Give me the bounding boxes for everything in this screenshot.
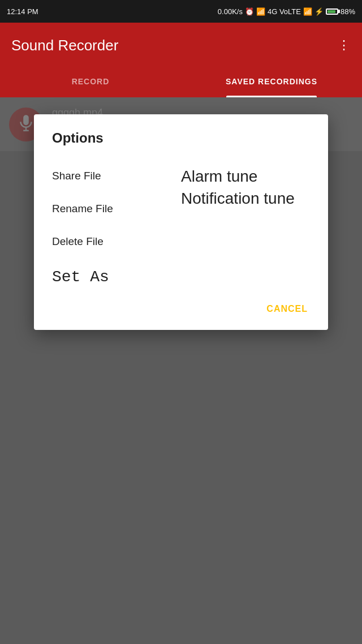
cancel-button[interactable]: CANCEL	[264, 299, 310, 319]
content-area: ggggh.mp4 00:03 2/2/2018, 12:11 PM Optio…	[0, 97, 362, 644]
dialog-right-column: Alarm tune Notification tune	[181, 160, 310, 290]
status-right: 0.00K/s ⏰ 📶 4G VoLTE 📶 ⚡ 88%	[218, 7, 355, 16]
more-options-icon[interactable]: ⋮	[338, 38, 351, 53]
options-dialog: Options Share File Rename File Delete Fi…	[34, 114, 328, 330]
set-as-option[interactable]: Set As	[52, 258, 181, 290]
app-title: Sound Recorder	[11, 37, 118, 54]
tab-saved-recordings[interactable]: SAVED RECORDINGS	[181, 68, 362, 97]
signal-icon: 📶	[256, 7, 265, 16]
rename-file-option[interactable]: Rename File	[52, 192, 181, 225]
battery-icon	[326, 8, 338, 15]
charging-icon: ⚡	[314, 7, 324, 16]
status-left: 12:14 PM	[7, 7, 38, 16]
network-type: 4G VoLTE	[268, 7, 301, 16]
dialog-title: Options	[52, 130, 310, 146]
time-display: 12:14 PM	[7, 7, 38, 16]
tab-bar: RECORD SAVED RECORDINGS	[0, 68, 362, 97]
signal-icon-2: 📶	[303, 7, 312, 16]
app-bar: Sound Recorder ⋮	[0, 23, 362, 68]
battery-percent: 88%	[341, 7, 355, 16]
dialog-footer: CANCEL	[52, 295, 310, 319]
dialog-options: Share File Rename File Delete File Set A…	[52, 160, 310, 290]
status-bar: 12:14 PM 0.00K/s ⏰ 📶 4G VoLTE 📶 ⚡ 88%	[0, 0, 362, 23]
tune-options-text[interactable]: Alarm tune Notification tune	[181, 165, 310, 209]
dialog-left-column: Share File Rename File Delete File Set A…	[52, 160, 181, 290]
dialog-overlay: Options Share File Rename File Delete Fi…	[0, 97, 362, 644]
tab-record[interactable]: RECORD	[0, 68, 181, 97]
network-speed: 0.00K/s	[218, 7, 243, 16]
share-file-option[interactable]: Share File	[52, 160, 181, 192]
alarm-icon: ⏰	[245, 7, 254, 16]
delete-file-option[interactable]: Delete File	[52, 225, 181, 258]
